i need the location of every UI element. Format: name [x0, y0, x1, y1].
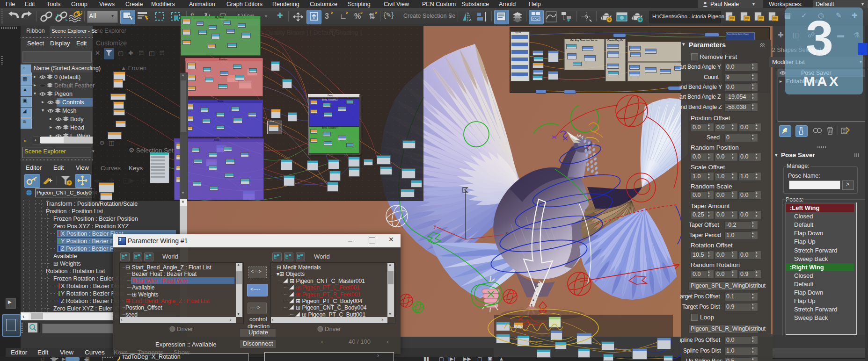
svg-text:y: y: [434, 223, 437, 229]
svg-text:x: x: [505, 230, 508, 236]
